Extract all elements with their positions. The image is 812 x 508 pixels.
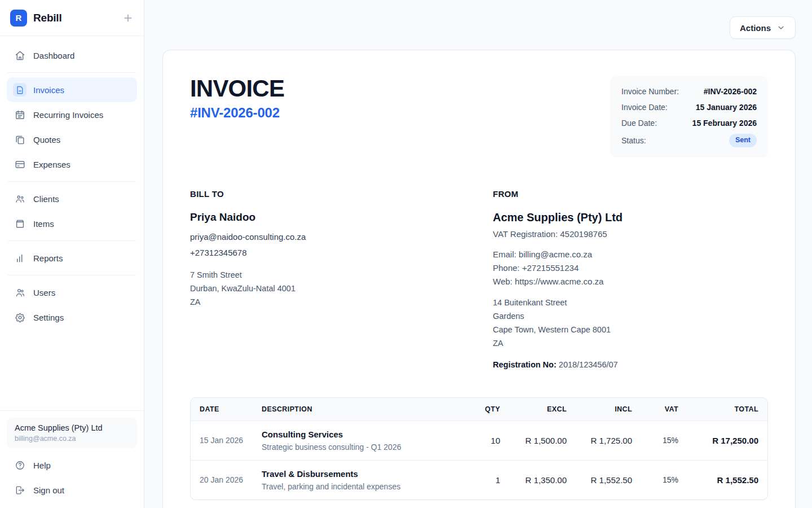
users-icon <box>13 286 27 299</box>
item-subtitle: Strategic business consulting - Q1 2026 <box>262 443 458 452</box>
sidebar-item-quotes[interactable]: Quotes <box>7 127 137 152</box>
sidebar-divider <box>8 72 136 73</box>
from-block: FROM Acme Supplies (Pty) Ltd VAT Registr… <box>493 189 768 369</box>
recurring-calendar-icon <box>13 108 27 121</box>
actions-button-label: Actions <box>740 23 771 33</box>
bill-to-address: 7 Smith Street Durban, KwaZulu-Natal 400… <box>190 268 493 309</box>
address-line: Gardens <box>493 309 768 323</box>
quotes-icon <box>13 133 27 146</box>
sidebar-item-label: Expenses <box>33 160 70 169</box>
topbar: Actions <box>162 0 796 50</box>
invoice-title-block: INVOICE #INV-2026-002 <box>190 76 284 121</box>
meta-value: 15 February 2026 <box>692 119 757 128</box>
gear-icon <box>13 310 27 324</box>
sidebar-nav: Dashboard Invoices Recurring Invoices Qu… <box>0 36 144 330</box>
sidebar-item-recurring-invoices[interactable]: Recurring Invoices <box>7 102 137 127</box>
organization-card[interactable]: Acme Supplies (Pty) Ltd billing@acme.co.… <box>7 418 137 448</box>
item-qty: 1 <box>467 460 509 500</box>
app-logo: R <box>10 10 27 27</box>
address-line: ZA <box>190 295 493 309</box>
sidebar-item-expenses[interactable]: Expenses <box>7 152 137 177</box>
address-section: BILL TO Priya Naidoo priya@naidoo-consul… <box>190 189 768 369</box>
invoice-icon <box>13 83 27 97</box>
sidebar-item-help[interactable]: Help <box>7 453 137 478</box>
item-description-cell: Travel & Disbursements Travel, parking a… <box>253 460 467 500</box>
help-icon <box>13 458 27 472</box>
credit-card-icon <box>13 157 27 171</box>
from-vat-registration: VAT Registration: 4520198765 <box>493 229 768 239</box>
sidebar-item-users[interactable]: Users <box>7 280 137 305</box>
plus-icon <box>122 12 134 24</box>
sidebar-item-reports[interactable]: Reports <box>7 246 137 270</box>
line-items-table: DATE DESCRIPTION QTY EXCL INCL VAT TOTAL… <box>190 397 768 500</box>
meta-row-invoice-number: Invoice Number: #INV-2026-002 <box>621 86 757 97</box>
status-badge: Sent <box>729 134 757 147</box>
from-registration: Registration No: 2018/123456/07 <box>493 360 768 369</box>
item-total: R 1,552.50 <box>687 460 767 500</box>
item-title: Travel & Disbursements <box>262 469 458 479</box>
from-heading: FROM <box>493 189 768 199</box>
sidebar-item-label: Users <box>33 288 55 297</box>
meta-value: #INV-2026-002 <box>704 87 757 96</box>
meta-label: Due Date: <box>621 119 657 128</box>
sidebar-item-label: Dashboard <box>33 51 74 60</box>
meta-label: Status: <box>621 136 646 145</box>
item-total: R 17,250.00 <box>687 421 767 460</box>
sidebar-item-sign-out[interactable]: Sign out <box>7 478 137 502</box>
address-line: Cape Town, Western Cape 8001 <box>493 323 768 336</box>
sidebar-footer: Acme Supplies (Pty) Ltd billing@acme.co.… <box>0 410 144 508</box>
app-name: Rebill <box>33 12 116 24</box>
sidebar-item-label: Items <box>33 219 54 229</box>
registration-label: Registration No: <box>493 360 557 369</box>
address-line: 7 Smith Street <box>190 268 493 282</box>
meta-row-status: Status: Sent <box>621 134 757 147</box>
bill-to-contact: priya@naidoo-consulting.co.za +273123456… <box>190 229 493 261</box>
from-email: Email: billing@acme.co.za <box>493 248 768 261</box>
column-header-total: TOTAL <box>687 398 767 421</box>
home-icon <box>13 49 27 62</box>
column-header-incl: INCL <box>576 398 641 421</box>
column-header-vat: VAT <box>641 398 687 421</box>
sidebar-item-label: Help <box>33 461 51 470</box>
sidebar-item-label: Recurring Invoices <box>33 110 103 120</box>
meta-label: Invoice Date: <box>621 103 668 112</box>
sidebar-item-clients[interactable]: Clients <box>7 186 137 211</box>
sidebar-item-label: Sign out <box>33 485 64 495</box>
item-vat: 15% <box>641 460 687 500</box>
sidebar-item-settings[interactable]: Settings <box>7 305 137 330</box>
sidebar-item-label: Reports <box>33 253 63 263</box>
clients-icon <box>13 192 27 205</box>
bill-to-block: BILL TO Priya Naidoo priya@naidoo-consul… <box>190 189 493 369</box>
organization-name: Acme Supplies (Pty) Ltd <box>15 423 129 432</box>
item-description-cell: Consulting Services Strategic business c… <box>253 421 467 460</box>
main-content: Actions INVOICE #INV-2026-002 Invoice Nu… <box>144 0 812 508</box>
invoice-meta-box: Invoice Number: #INV-2026-002 Invoice Da… <box>610 76 768 157</box>
meta-row-due-date: Due Date: 15 February 2026 <box>621 118 757 128</box>
sidebar-item-items[interactable]: Items <box>7 211 137 236</box>
table-header-row: DATE DESCRIPTION QTY EXCL INCL VAT TOTAL <box>191 398 767 421</box>
item-excl: R 1,350.00 <box>509 460 576 500</box>
meta-label: Invoice Number: <box>621 87 679 96</box>
new-document-button[interactable] <box>122 12 134 24</box>
actions-button[interactable]: Actions <box>730 16 796 39</box>
item-incl: R 1,552.50 <box>576 460 641 500</box>
sidebar-item-label: Quotes <box>33 135 60 144</box>
address-line: Durban, KwaZulu-Natal 4001 <box>190 282 493 295</box>
sidebar-header: R Rebill <box>0 0 144 36</box>
column-header-excl: EXCL <box>509 398 576 421</box>
column-header-qty: QTY <box>467 398 509 421</box>
registration-value: 2018/123456/07 <box>559 360 618 369</box>
sidebar-item-dashboard[interactable]: Dashboard <box>7 43 137 68</box>
sidebar-divider <box>8 275 136 275</box>
item-vat: 15% <box>641 421 687 460</box>
from-contact: Email: billing@acme.co.za Phone: +272155… <box>493 248 768 288</box>
from-phone: Phone: +27215551234 <box>493 261 768 275</box>
item-incl: R 1,725.00 <box>576 421 641 460</box>
meta-value: 15 January 2026 <box>696 103 757 112</box>
sidebar-item-label: Clients <box>33 194 59 204</box>
bill-to-name: Priya Naidoo <box>190 211 493 224</box>
sidebar-divider <box>8 181 136 182</box>
sidebar-item-invoices[interactable]: Invoices <box>7 77 137 102</box>
sidebar: R Rebill Dashboard Invoices Recurring <box>0 0 144 508</box>
sidebar-divider <box>8 240 136 241</box>
